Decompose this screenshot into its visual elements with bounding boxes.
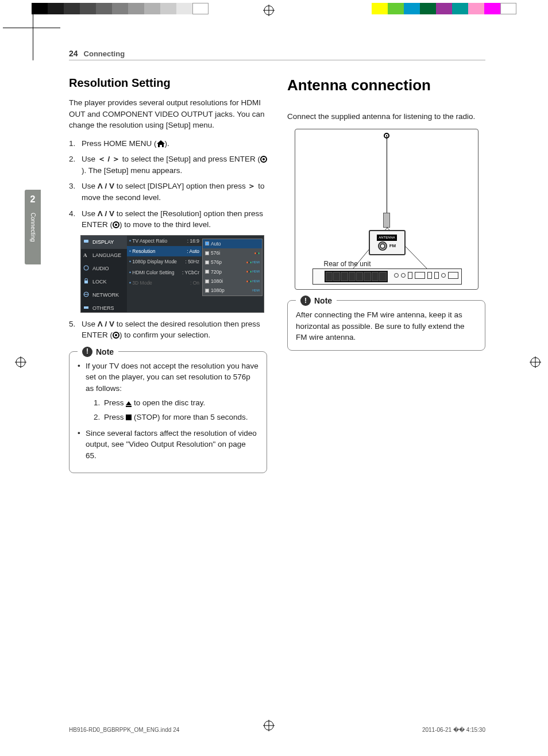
- note-text: After connecting the FM wire antenna, ke…: [296, 309, 477, 343]
- osd-opt-auto: Auto: [203, 239, 262, 248]
- section-name: Connecting: [84, 49, 125, 58]
- up-down-icon: Λ / V: [98, 320, 114, 328]
- footer-date: 2011-06-21 �� 4:15:30: [422, 727, 485, 733]
- chapter-title: Connecting: [30, 213, 36, 242]
- up-down-icon: Λ / V: [98, 182, 114, 190]
- osd-row-3d-mode: 3D Mode: On: [127, 278, 202, 288]
- antenna-figure: ANTENNA FM Rear of the unit: [295, 129, 478, 290]
- note-icon: !: [300, 296, 311, 306]
- osd-row-aspect: TV Aspect Ratio: 16:9: [127, 236, 202, 246]
- page-number: 24: [69, 49, 78, 58]
- resolution-steps-ctd: Use Λ / V to select the desired resoluti…: [69, 318, 267, 341]
- osd-sidebar-display: DISPLAY: [81, 236, 127, 249]
- antenna-heading: Antenna connection: [287, 75, 485, 97]
- osd-opt-576i: 576i: [203, 248, 262, 258]
- osd-sidebar-audio: AUDIO: [81, 262, 127, 275]
- osd-sidebar-network: NETWORK: [81, 289, 127, 302]
- note-box-left: ! Note If your TV does not accept the re…: [69, 351, 267, 474]
- svg-rect-14: [84, 281, 88, 283]
- color-bar-right: [372, 3, 516, 14]
- right-column: Antenna connection Connect the supplied …: [287, 75, 485, 473]
- home-icon: [157, 140, 165, 147]
- left-column: Resolution Setting The player provides s…: [69, 75, 267, 473]
- note-box-right: ! Note After connecting the FM wire ante…: [287, 300, 485, 351]
- svg-rect-17: [84, 306, 88, 309]
- svg-rect-12: [84, 240, 88, 243]
- step-4: Use Λ / V to select the [Resolution] opt…: [69, 208, 267, 231]
- resolution-heading: Resolution Setting: [69, 75, 267, 91]
- enter-icon: [113, 332, 119, 339]
- osd-sidebar-lock: LOCK: [81, 275, 127, 289]
- rear-label: Rear of the unit: [324, 259, 371, 269]
- print-footer: HB916-RD0_BGBRPPK_OM_ENG.indd 24 2011-06…: [69, 727, 485, 733]
- svg-point-13: [84, 266, 88, 270]
- step-3: Use Λ / V to select [DISPLAY] option the…: [69, 181, 267, 203]
- chapter-tab: 2 Connecting: [25, 190, 41, 264]
- registration-mark-left: [15, 356, 26, 371]
- jack-icon: [378, 241, 387, 251]
- osd-opt-720p: 720p HDMI: [203, 267, 262, 277]
- color-bar-left: [32, 3, 209, 14]
- page-header: 24 Connecting: [69, 49, 485, 60]
- note-title: ! Note: [296, 295, 337, 306]
- antenna-intro: Connect the supplied antenna for listeni…: [287, 111, 485, 122]
- chapter-number: 2: [30, 194, 36, 205]
- resolution-steps: Press HOME MENU (). Use ＜ / ＞ to select …: [69, 138, 267, 231]
- up-down-icon: Λ / V: [98, 209, 114, 218]
- resolution-intro: The player provides several output resol…: [69, 97, 267, 131]
- note-bullet-1: If your TV does not accept the resolutio…: [78, 360, 258, 423]
- left-right-icon: ＜ / ＞: [98, 155, 120, 163]
- osd-opt-1080p: 1080pHDMI: [203, 286, 262, 295]
- enter-icon: [113, 221, 119, 228]
- registration-mark-right: [530, 356, 541, 371]
- osd-row-hdmi-color: HDMI Color Setting: YCbCr: [127, 267, 202, 278]
- note-bullet-2: Since several factors affect the resolut…: [78, 428, 258, 462]
- step-2: Use ＜ / ＞ to select the [Setup] and pres…: [69, 153, 267, 176]
- note-sub-1: Press to open the disc tray.: [94, 397, 258, 409]
- antenna-jack-zoom: ANTENNA FM: [369, 230, 406, 255]
- osd-screenshot: DISPLAY ALANGUAGE AUDIO LOCK NETWORK OTH…: [80, 235, 264, 313]
- eject-icon: [126, 401, 132, 405]
- footer-file: HB916-RD0_BGBRPPK_OM_ENG.indd 24: [69, 727, 179, 733]
- antenna-wire: [387, 135, 387, 213]
- step-1: Press HOME MENU ().: [69, 138, 267, 149]
- note-icon: !: [82, 347, 92, 357]
- registration-mark-top: [263, 5, 275, 19]
- note-sub-2: Press (STOP) for more than 5 seconds.: [94, 412, 258, 423]
- note-title: ! Note: [78, 346, 118, 358]
- enter-icon: [260, 156, 267, 163]
- rear-unit-diagram: [312, 268, 462, 285]
- osd-opt-1080i: 1080i HDMI: [203, 277, 262, 286]
- osd-sidebar-others: OTHERS: [81, 302, 127, 315]
- osd-sidebar-language: ALANGUAGE: [81, 249, 127, 262]
- antenna-label: ANTENNA: [377, 235, 397, 241]
- fm-label: FM: [389, 243, 396, 250]
- osd-row-1080p-mode: 1080p Display Mode: 50Hz: [127, 256, 202, 267]
- osd-row-resolution: Resolution: Auto: [127, 246, 202, 256]
- step-5: Use Λ / V to select the desired resoluti…: [69, 318, 267, 341]
- stop-icon: [126, 415, 132, 420]
- osd-opt-576p: 576p HDMI: [203, 258, 262, 267]
- right-icon: ＞: [248, 182, 256, 190]
